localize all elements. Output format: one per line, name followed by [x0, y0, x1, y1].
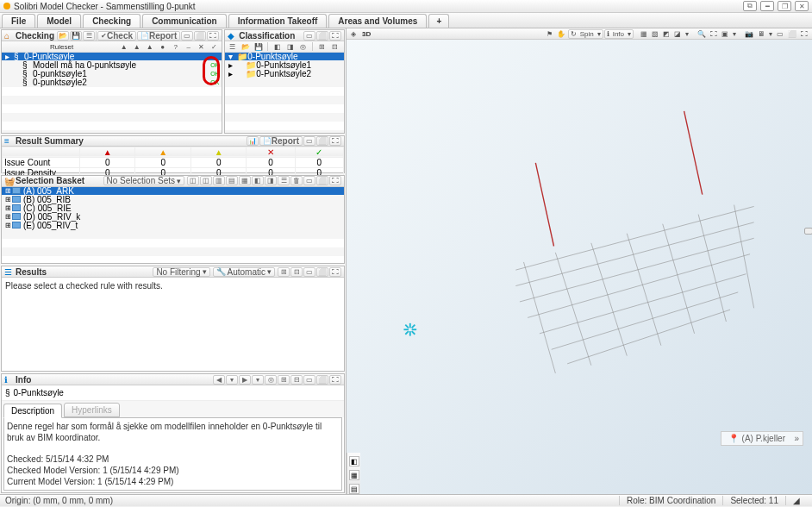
tab-hyperlinks[interactable]: Hyperlinks	[64, 403, 120, 417]
min-icon[interactable]: ▭	[303, 375, 315, 385]
tab-checking[interactable]: Checking	[83, 14, 141, 28]
vb4[interactable]: ◪	[672, 30, 683, 38]
filter1-icon[interactable]: ◧	[272, 42, 283, 52]
max-icon[interactable]: ⬜	[316, 136, 328, 146]
max-icon[interactable]: ⬜	[316, 267, 328, 277]
max-icon[interactable]: ⬜	[316, 31, 328, 41]
zoom-sel-icon[interactable]: ▣	[720, 30, 730, 38]
min-icon[interactable]: ▭	[303, 267, 315, 277]
class-row[interactable]: ▸📁0-Punktsøyle2	[225, 70, 344, 78]
minimize-icon[interactable]: ━	[760, 1, 774, 11]
tab-add[interactable]: +	[428, 14, 449, 28]
sev-critical-icon[interactable]: ▲	[118, 42, 129, 52]
tab-communication[interactable]: Communication	[142, 14, 227, 28]
close-panel-icon[interactable]: ⛶	[329, 267, 341, 277]
sb-btn4[interactable]: ▤	[226, 176, 238, 185]
close-panel-icon[interactable]: ⛶	[799, 30, 809, 38]
report-button[interactable]: 📄 Report	[259, 136, 303, 146]
sev-major-icon[interactable]: ▲	[131, 42, 142, 52]
side-view-bot-icon[interactable]: ▤	[349, 484, 359, 494]
selection-basket-tree[interactable]: ⊞(A) 005_ARK ⊞(B) 005_RIB ⊞(C) 005_RIE ⊞…	[2, 187, 344, 264]
min-icon[interactable]: ▭	[181, 31, 193, 41]
check-button[interactable]: ✔ Check	[97, 31, 136, 41]
close-panel-icon[interactable]: ⛶	[207, 31, 219, 41]
plus-expand-icon[interactable]: ⊞	[316, 42, 328, 52]
open-icon[interactable]: 📂	[240, 42, 251, 52]
close-panel-icon[interactable]: ⛶	[329, 176, 341, 185]
sev-minor-icon[interactable]: ▲	[144, 42, 155, 52]
vb2[interactable]: ▧	[650, 30, 660, 38]
collapse-icon[interactable]: –	[183, 42, 194, 52]
sb-btn7[interactable]: ◨	[265, 176, 277, 185]
minus-icon[interactable]: ⊟	[290, 267, 303, 277]
zoom-drop[interactable]: ▾	[731, 30, 738, 38]
basket-row[interactable]: ⊞(E) 005_RIV_t	[2, 222, 344, 230]
link-icon[interactable]: ⧉	[743, 1, 757, 11]
mode-dropdown[interactable]: 🔧 Automatic ▾	[213, 267, 275, 277]
plus-icon[interactable]: ⊞	[278, 375, 290, 385]
restore-icon[interactable]: ❐	[778, 1, 791, 11]
ok-icon[interactable]: ✓	[209, 42, 220, 52]
sb-btn5[interactable]: ▦	[239, 176, 251, 185]
spin-dropdown[interactable]: ↻ Spin ▾	[568, 29, 603, 39]
checking-tree[interactable]: ▸§0-Punktsøyle §Modell må ha 0-punktsøyl…	[2, 53, 222, 133]
min-icon[interactable]: ▭	[303, 31, 315, 41]
close-icon[interactable]: ✕	[795, 1, 809, 11]
target-icon[interactable]: ◎	[297, 42, 309, 52]
filter2-icon[interactable]: ◨	[284, 42, 296, 52]
sb-btn3[interactable]: ▥	[213, 176, 225, 185]
view-level-badge[interactable]: 📍 (A) P.kjeller »	[721, 431, 803, 446]
open-icon[interactable]: 📂	[57, 31, 69, 41]
vb3[interactable]: ◩	[661, 30, 671, 38]
save-icon[interactable]: 💾	[70, 31, 82, 41]
save-icon[interactable]: 💾	[253, 42, 264, 52]
nav-last-drop[interactable]: ▾	[252, 375, 264, 385]
zoom-fit-icon[interactable]: ⛶	[709, 30, 719, 38]
minus-collapse-icon[interactable]: ⊟	[329, 42, 340, 52]
side-view-top-icon[interactable]: ◧	[349, 456, 359, 466]
report-button[interactable]: 📄 Report	[137, 31, 180, 41]
chart-icon[interactable]: 📊	[247, 136, 259, 146]
vb5[interactable]: ▾	[684, 30, 690, 38]
camera-icon[interactable]: 📷	[743, 30, 755, 38]
sb-btn2[interactable]: ◫	[200, 176, 212, 185]
settings-icon[interactable]: 🖥	[756, 30, 766, 38]
max-icon[interactable]: ⬜	[194, 31, 206, 41]
classification-tree[interactable]: ▾📁0-Punktsøyle ▸📁0-Punktsøyle1 ▸📁0-Punkt…	[225, 53, 344, 133]
tab-file[interactable]: File	[2, 14, 35, 28]
list-icon[interactable]: ☰	[83, 31, 95, 41]
max-icon[interactable]: ⬜	[316, 375, 328, 385]
rule-row[interactable]: §0-punktsøyle2OK	[2, 78, 222, 87]
status-resize-icon[interactable]: ◢	[785, 496, 807, 505]
sb-btn8[interactable]: ☰	[278, 176, 290, 185]
3d-viewport[interactable]: 📍 (A) P.kjeller »	[347, 40, 812, 453]
max-icon[interactable]: ⬜	[786, 30, 798, 38]
pass-icon[interactable]: ●	[157, 42, 168, 52]
sb-btn6[interactable]: ◧	[252, 176, 264, 185]
filter-dropdown[interactable]: No Filtering ▾	[153, 267, 209, 277]
target-icon[interactable]: ◎	[265, 375, 277, 385]
nav-next-icon[interactable]: ▶	[239, 375, 251, 385]
zoom-slider[interactable]	[807, 205, 810, 257]
close-panel-icon[interactable]: ⛶	[329, 375, 341, 385]
tab-info-takeoff[interactable]: Information Takeoff	[228, 14, 328, 28]
close-panel-icon[interactable]: ⛶	[329, 31, 341, 41]
zoom-in-icon[interactable]: 🔍	[696, 30, 708, 38]
max-icon[interactable]: ⬜	[316, 176, 328, 185]
vb1[interactable]: ▦	[639, 30, 649, 38]
fail-icon[interactable]: ✕	[196, 42, 207, 52]
tab-areas-volumes[interactable]: Areas and Volumes	[328, 14, 427, 28]
nav-prev-drop[interactable]: ▾	[226, 375, 238, 385]
sb-btn1[interactable]: ◫	[187, 176, 199, 185]
info-dropdown[interactable]: ℹ Info ▾	[604, 29, 634, 39]
new-icon[interactable]: ☰	[227, 42, 238, 52]
minus-icon[interactable]: ⊟	[290, 375, 303, 385]
tab-description[interactable]: Description	[3, 404, 62, 418]
nav-first-icon[interactable]: ◀	[213, 375, 225, 385]
vb-drop[interactable]: ▾	[767, 30, 774, 38]
side-view-mid-icon[interactable]: ▦	[349, 470, 359, 480]
close-panel-icon[interactable]: ⛶	[329, 136, 341, 146]
trash-icon[interactable]: 🗑	[290, 176, 303, 185]
unknown-icon[interactable]: ?	[170, 42, 181, 52]
plus-icon[interactable]: ⊞	[278, 267, 290, 277]
